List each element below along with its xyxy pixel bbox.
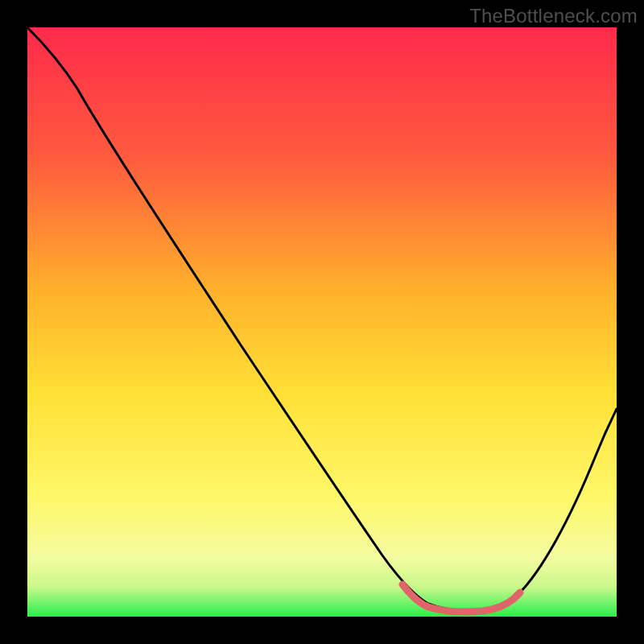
chart-svg (0, 0, 644, 644)
chart-container: TheBottleneck.com (0, 0, 644, 644)
plot-area (27, 27, 617, 617)
watermark-text: TheBottleneck.com (469, 5, 638, 27)
